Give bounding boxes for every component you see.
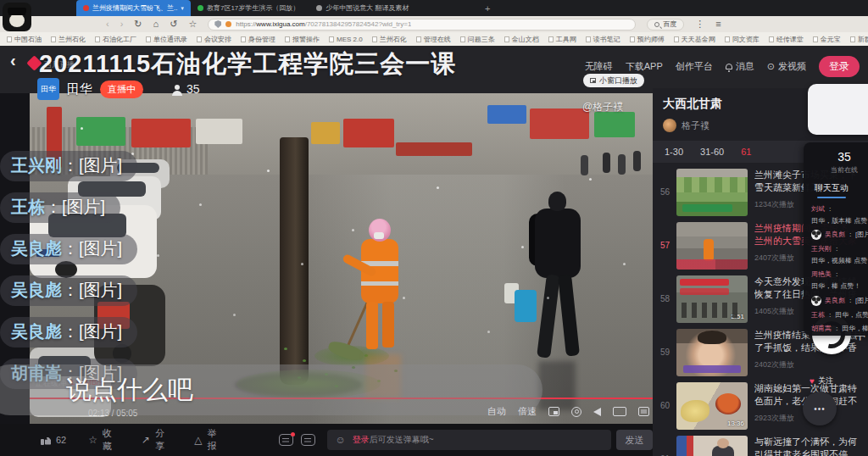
message-colon: ：: [847, 296, 854, 306]
bookmark-item[interactable]: 报警操作: [285, 35, 320, 44]
bookmark-item[interactable]: 中国石油: [7, 35, 42, 44]
report-button[interactable]: △举报: [194, 427, 224, 453]
browser-tab[interactable]: 兰州疫情期间大雪纷飞、兰.. ▾: [76, 0, 191, 16]
bookmark-item[interactable]: 天天基金网: [674, 35, 715, 44]
nav-creator-platform[interactable]: 创作平台: [676, 60, 713, 73]
message-sender: 周艳美: [811, 270, 832, 280]
url-text[interactable]: https://www.ixigua.com/70278138429578245…: [236, 20, 411, 28]
bookmark-item[interactable]: 同文资库: [725, 35, 760, 44]
back-icon[interactable]: ‹: [106, 19, 109, 29]
pip-tooltip[interactable]: 小窗口播放: [583, 74, 644, 87]
nav-post-video[interactable]: ⊙发视频: [767, 60, 806, 73]
settings-icon[interactable]: [571, 407, 581, 417]
bookmark-item[interactable]: 兰州石化: [51, 35, 86, 44]
scene-sign: [487, 105, 526, 124]
video-thumbnail[interactable]: [676, 222, 748, 270]
danmaku-input[interactable]: ☺ 登录后可发送弹幕哦~: [327, 430, 612, 450]
bookmark-item[interactable]: 问题三条: [460, 35, 495, 44]
streamer-avatar[interactable]: 田华: [37, 78, 59, 100]
browser-tab[interactable]: 教育7区17岁学生演示（回放）: [191, 0, 309, 16]
login-button[interactable]: 登录: [819, 56, 860, 77]
message-colon: ：: [826, 310, 833, 320]
playlist-video-row[interactable]: 61 与靳远撞了个满怀，为何引得甘肃老乡围观不停: [653, 431, 868, 456]
range-tab[interactable]: 61: [741, 147, 751, 157]
home-icon[interactable]: ⌂: [153, 19, 159, 29]
online-count-label: 当前在线: [804, 165, 868, 175]
video-thumbnail[interactable]: [676, 436, 748, 456]
message-colon: ：: [826, 204, 833, 214]
bookmark-label: 中国石油: [14, 35, 42, 44]
bookmark-item[interactable]: 经传课堂: [769, 35, 804, 44]
menu-icon[interactable]: ≡: [715, 19, 721, 29]
share-button[interactable]: ↗分享: [142, 427, 172, 453]
like-button[interactable]: 62: [41, 435, 66, 445]
follow-button[interactable]: ♥ 关注: [810, 375, 833, 386]
video-thumbnail[interactable]: 2:51: [676, 275, 748, 323]
scene-sign: [343, 119, 394, 147]
video-thumbnail[interactable]: [676, 169, 748, 216]
chat-message-text: [图片]: [79, 154, 122, 177]
refresh-icon[interactable]: ↻: [134, 19, 142, 29]
message-colon: ：: [833, 324, 840, 334]
search-box[interactable]: 百度: [647, 19, 684, 31]
live-chat-overlay: 王兴刚 ： [图片] 王栋 ： [图片] 吴良彪 ： [图片] 吴良彪: [0, 151, 137, 400]
theater-mode-icon[interactable]: [613, 407, 626, 416]
browser-tab[interactable]: 少年中国说意大 翻译及素材: [309, 0, 419, 16]
fullscreen-icon[interactable]: [638, 407, 649, 416]
worker-mask: [374, 232, 384, 239]
address-bar[interactable]: https://www.ixigua.com/70278138429578245…: [208, 19, 636, 31]
forward-icon[interactable]: ›: [120, 19, 124, 29]
downloads-icon[interactable]: ⋮: [695, 19, 704, 29]
range-tab[interactable]: 1-30: [665, 147, 683, 157]
range-tab[interactable]: 31-60: [700, 147, 724, 157]
message-text: 田华，版本棒 点赞！: [811, 216, 868, 226]
bookmark-item[interactable]: 石油化工厂: [95, 35, 136, 44]
bookmark-item[interactable]: 读书笔记: [586, 35, 620, 44]
bookmark-item[interactable]: 管理在线: [416, 35, 451, 44]
send-button[interactable]: 发送: [616, 430, 653, 450]
danmaku-toggle-icon[interactable]: [279, 434, 293, 446]
login-link[interactable]: 登录: [353, 435, 370, 444]
pip-button-icon[interactable]: [548, 407, 559, 416]
nav-download-app[interactable]: 下载APP: [626, 60, 663, 73]
nav-messages[interactable]: 消息: [726, 60, 754, 73]
collect-button[interactable]: ☆收藏: [88, 427, 120, 453]
heart-icon: ♥: [810, 376, 815, 386]
video-thumbnail[interactable]: [676, 329, 748, 376]
video-thumbnail[interactable]: 13:36: [676, 382, 748, 430]
bookmark-label: 读书笔记: [593, 35, 620, 44]
bookmark-item[interactable]: 单位通讯录: [146, 35, 187, 44]
more-options-button[interactable]: •••: [803, 392, 837, 425]
video-title[interactable]: 与靳远撞了个满怀，为何引得甘肃老乡围观不停: [754, 436, 861, 456]
tab-caret-icon[interactable]: ▾: [181, 5, 184, 12]
chat-bubble: 吴良彪 ： [图片]: [0, 317, 137, 348]
bookmark-item[interactable]: 预约师傅: [630, 35, 665, 44]
thumbs-up-icon: [41, 436, 51, 445]
nav-accessibility[interactable]: 无障碍: [585, 60, 613, 73]
new-tab-button[interactable]: +: [476, 0, 498, 16]
bookmark-star-icon[interactable]: ☆: [188, 19, 197, 29]
volume-icon[interactable]: [593, 408, 601, 416]
chat-tab[interactable]: 聊天互动: [815, 182, 868, 194]
bookmark-item[interactable]: 会议安排: [197, 35, 231, 44]
worker-leg: [366, 302, 378, 349]
bookmark-item[interactable]: 身份管理: [241, 35, 275, 44]
page-icon: [95, 36, 100, 42]
bookmark-item[interactable]: 兰州石化: [372, 35, 407, 44]
back-arrow-icon[interactable]: ‹: [10, 51, 16, 70]
playlist-author[interactable]: 格子襆: [663, 119, 709, 132]
bookmark-item[interactable]: MES 2.0: [329, 36, 363, 43]
chat-sender-name: 吴良彪: [11, 237, 62, 260]
quality-button[interactable]: 自动: [487, 405, 506, 418]
danmaku-settings-icon[interactable]: [301, 434, 315, 446]
online-chat-message: 胡甫嵩 ： 田华，棒！: [811, 324, 868, 334]
bookmark-item[interactable]: 金山文档: [504, 35, 539, 44]
bookmark-item[interactable]: 新群: [850, 35, 868, 44]
scene-far-pedestrians: [603, 153, 610, 173]
emoji-icon[interactable]: ☺: [336, 434, 346, 446]
bookmark-item[interactable]: 金元宝: [813, 35, 841, 44]
undo-icon[interactable]: ↺: [170, 19, 177, 29]
bookmark-item[interactable]: 工具网: [548, 35, 576, 44]
speed-button[interactable]: 倍速: [518, 405, 537, 418]
pedestrian-reflection: [538, 361, 576, 410]
